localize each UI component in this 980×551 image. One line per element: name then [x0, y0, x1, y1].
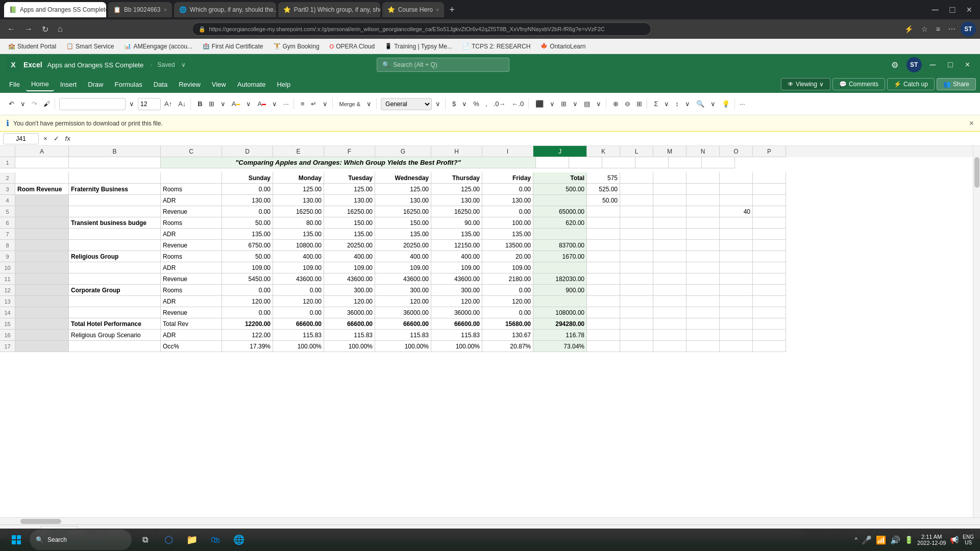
cell-n14[interactable] [687, 307, 720, 318]
cell-g7[interactable]: 135.00 [375, 229, 431, 240]
cell-l2[interactable] [620, 172, 653, 184]
border-dropdown[interactable]: ∨ [218, 98, 228, 109]
increase-decimal[interactable]: .0→ [491, 98, 508, 109]
cell-b4[interactable] [69, 195, 161, 206]
cell-c13[interactable]: ADR [161, 296, 222, 307]
cell-k14[interactable] [587, 307, 620, 318]
number-format-select[interactable]: General Number Currency [381, 98, 432, 110]
cell-a17[interactable] [15, 341, 69, 352]
cell-b10[interactable] [69, 262, 161, 273]
tab-active[interactable]: 📗 Apps and Oranges SS Complete... × [4, 2, 106, 17]
cell-e6[interactable]: 80.00 [273, 217, 324, 229]
insert-function-btn[interactable]: fx [63, 133, 73, 144]
cell-o4[interactable] [720, 195, 753, 206]
cell-l8[interactable] [620, 240, 653, 251]
minimize-excel-btn[interactable]: ─ [926, 58, 940, 71]
col-header-l[interactable]: L [620, 146, 653, 157]
menu-review[interactable]: Review [174, 78, 206, 91]
cell-styles-dropdown[interactable]: ∨ [594, 98, 604, 109]
cell-p10[interactable] [753, 262, 786, 273]
cell-d8[interactable]: 6750.00 [222, 240, 273, 251]
cell-h7[interactable]: 135.00 [431, 229, 482, 240]
user-avatar[interactable]: ST [906, 57, 922, 72]
bookmark-student-portal[interactable]: 🏫 Student Portal [4, 41, 60, 52]
cell-b9[interactable]: Religious Group [69, 251, 161, 262]
menu-data[interactable]: Data [149, 78, 173, 91]
cell-e5[interactable]: 16250.00 [273, 206, 324, 217]
font-size-down[interactable]: A↓ [176, 98, 188, 109]
cell-a2[interactable] [15, 172, 69, 184]
cell-m2[interactable] [653, 172, 687, 184]
cell-d2[interactable]: Sunday [222, 172, 273, 184]
delete-btn[interactable]: ⊖ [622, 98, 633, 109]
cell-h14[interactable]: 36000.00 [431, 307, 482, 318]
share-button[interactable]: 👥 Share [937, 78, 976, 90]
cell-a6[interactable] [15, 217, 69, 229]
cell-n1[interactable] [635, 157, 669, 168]
cell-m7[interactable] [653, 229, 687, 240]
cell-m11[interactable] [653, 273, 687, 285]
font-name-input[interactable] [59, 98, 126, 110]
cell-l7[interactable] [620, 229, 653, 240]
collections-btn[interactable]: ≡ [933, 23, 943, 35]
favorites-btn[interactable]: ☆ [918, 23, 931, 35]
cell-k9[interactable] [587, 251, 620, 262]
comments-button[interactable]: 💬 Comments [832, 78, 885, 90]
cell-i4[interactable]: 130.00 [482, 195, 533, 206]
cell-d17[interactable]: 17.39% [222, 341, 273, 352]
cell-o13[interactable] [720, 296, 753, 307]
cell-c5[interactable]: Revenue [161, 206, 222, 217]
cell-e10[interactable]: 109.00 [273, 262, 324, 273]
cell-j3[interactable]: 500.00 [533, 184, 587, 195]
cell-c3[interactable]: Rooms [161, 184, 222, 195]
bookmark-smart-service[interactable]: 📋 Smart Service [62, 41, 118, 52]
taskbar-browser[interactable]: 🌐 [229, 530, 249, 550]
cell-p4[interactable] [753, 195, 786, 206]
percent-btn[interactable]: % [471, 98, 482, 109]
cell-reference-input[interactable] [3, 133, 39, 144]
cell-n9[interactable] [687, 251, 720, 262]
menu-formulas[interactable]: Formulas [110, 78, 148, 91]
align-group2[interactable]: ∨ [320, 98, 330, 109]
cell-j16[interactable]: 116.78 [533, 330, 587, 341]
cell-b15[interactable]: Total Hotel Performance [69, 318, 161, 330]
cell-a7[interactable] [15, 229, 69, 240]
cell-a15[interactable] [15, 318, 69, 330]
cell-d12[interactable]: 0.00 [222, 285, 273, 296]
rownum-10[interactable]: 10 [0, 262, 15, 273]
cell-f16[interactable]: 115.83 [324, 330, 375, 341]
cond-dropdown[interactable]: ∨ [547, 98, 557, 109]
border-button[interactable]: ⊞ [206, 98, 217, 109]
cell-k4[interactable]: 50.00 [587, 195, 620, 206]
cell-b8[interactable] [69, 240, 161, 251]
cell-c17[interactable]: Occ% [161, 341, 222, 352]
cell-f15[interactable]: 66600.00 [324, 318, 375, 330]
rownum-4[interactable]: 4 [0, 195, 15, 206]
cell-d15[interactable]: 12200.00 [222, 318, 273, 330]
col-header-c[interactable]: C [161, 146, 222, 157]
cell-k5[interactable] [587, 206, 620, 217]
cell-e8[interactable]: 10800.00 [273, 240, 324, 251]
cell-n6[interactable] [687, 217, 720, 229]
cell-c15[interactable]: Total Rev [161, 318, 222, 330]
cell-i17[interactable]: 20.87% [482, 341, 533, 352]
decrease-decimal[interactable]: ←.0 [509, 98, 526, 109]
col-header-n[interactable]: N [687, 146, 720, 157]
cell-e9[interactable]: 400.00 [273, 251, 324, 262]
formula-input[interactable] [75, 135, 977, 142]
cell-c7[interactable]: ADR [161, 229, 222, 240]
cell-k11[interactable] [587, 273, 620, 285]
font-color-dropdown[interactable]: ∨ [270, 98, 280, 109]
cell-l11[interactable] [620, 273, 653, 285]
cell-g6[interactable]: 150.00 [375, 217, 431, 229]
cell-k12[interactable] [587, 285, 620, 296]
cell-d11[interactable]: 5450.00 [222, 273, 273, 285]
cell-j13[interactable] [533, 296, 587, 307]
cell-o8[interactable] [720, 240, 753, 251]
cell-l15[interactable] [620, 318, 653, 330]
cell-j14[interactable]: 108000.00 [533, 307, 587, 318]
cell-p9[interactable] [753, 251, 786, 262]
cell-o6[interactable] [720, 217, 753, 229]
cell-g11[interactable]: 43600.00 [375, 273, 431, 285]
cell-k13[interactable] [587, 296, 620, 307]
